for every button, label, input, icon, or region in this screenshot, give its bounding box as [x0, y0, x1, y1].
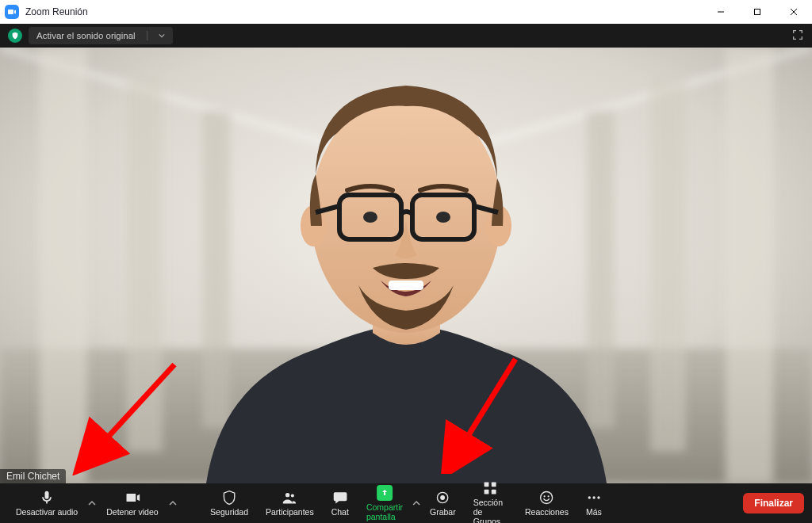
window-minimize-button[interactable]	[703, 0, 739, 24]
svg-point-35	[541, 492, 553, 504]
svg-rect-9	[40, 48, 87, 483]
svg-rect-33	[485, 490, 489, 494]
svg-point-38	[588, 496, 590, 498]
participants-label: Participantes	[266, 507, 314, 517]
share-screen-button[interactable]: Compartir pantalla	[358, 242, 411, 523]
window-maximize-button[interactable]	[739, 0, 776, 24]
security-button[interactable]: Seguridad	[202, 242, 256, 523]
svg-rect-34	[492, 490, 496, 494]
window-close-button[interactable]	[776, 0, 812, 24]
participant-name-tag: Emil Chichet	[0, 469, 66, 483]
svg-point-27	[285, 493, 289, 497]
svg-point-39	[592, 496, 595, 498]
svg-rect-0	[8, 10, 13, 14]
participants-count: 1	[293, 245, 297, 253]
video-label: Detener video	[106, 507, 158, 517]
mute-button[interactable]: Desactivar audio	[8, 483, 86, 523]
window-controls	[703, 0, 812, 24]
meeting-top-bar: Activar el sonido original	[0, 24, 812, 48]
reactions-button[interactable]: Reacciones	[517, 242, 576, 523]
svg-point-28	[291, 494, 294, 497]
original-sound-toggle[interactable]: Activar el sonido original	[29, 27, 173, 44]
more-label: Más	[586, 507, 602, 517]
end-meeting-button[interactable]: Finalizar	[743, 493, 804, 513]
video-button[interactable]: Detener video	[98, 483, 166, 523]
share-label: Compartir pantalla	[366, 502, 403, 521]
share-options-caret[interactable]	[412, 242, 420, 523]
svg-rect-13	[650, 79, 686, 452]
svg-point-23	[436, 212, 450, 223]
svg-rect-2	[755, 10, 760, 15]
svg-point-30	[440, 495, 445, 500]
participants-button[interactable]: 1 Participantes	[258, 242, 322, 523]
zoom-logo-icon	[5, 5, 19, 19]
video-options-caret[interactable]	[167, 483, 179, 523]
chat-label: Chat	[331, 507, 349, 517]
svg-rect-12	[726, 48, 773, 483]
svg-point-40	[597, 496, 599, 498]
svg-point-22	[363, 212, 377, 223]
reactions-label: Reacciones	[525, 507, 569, 517]
svg-rect-31	[485, 483, 489, 487]
chevron-down-icon[interactable]	[159, 31, 165, 40]
more-button[interactable]: Más	[578, 242, 610, 523]
breakout-label: Sección de Grupos	[473, 498, 508, 523]
svg-rect-32	[492, 483, 496, 487]
record-label: Grabar	[430, 507, 456, 517]
svg-point-36	[544, 495, 546, 497]
titlebar: Zoom Reunión	[0, 0, 812, 24]
chat-button[interactable]: Chat	[324, 242, 357, 523]
svg-point-37	[548, 495, 550, 497]
enter-fullscreen-button[interactable]	[791, 29, 804, 44]
encryption-badge-icon[interactable]	[8, 29, 22, 43]
record-button[interactable]: Grabar	[422, 242, 464, 523]
svg-rect-10	[127, 79, 163, 452]
security-label: Seguridad	[210, 507, 248, 517]
breakout-rooms-button[interactable]: Sección de Grupos	[465, 242, 515, 523]
original-sound-label: Activar el sonido original	[36, 31, 136, 40]
share-icon	[377, 485, 393, 501]
window-title: Zoom Reunión	[25, 6, 88, 17]
audio-options-caret[interactable]	[86, 483, 98, 523]
meeting-toolbar: Desactivar audio Detener video Seguridad…	[0, 483, 812, 523]
mute-label: Desactivar audio	[16, 507, 78, 517]
